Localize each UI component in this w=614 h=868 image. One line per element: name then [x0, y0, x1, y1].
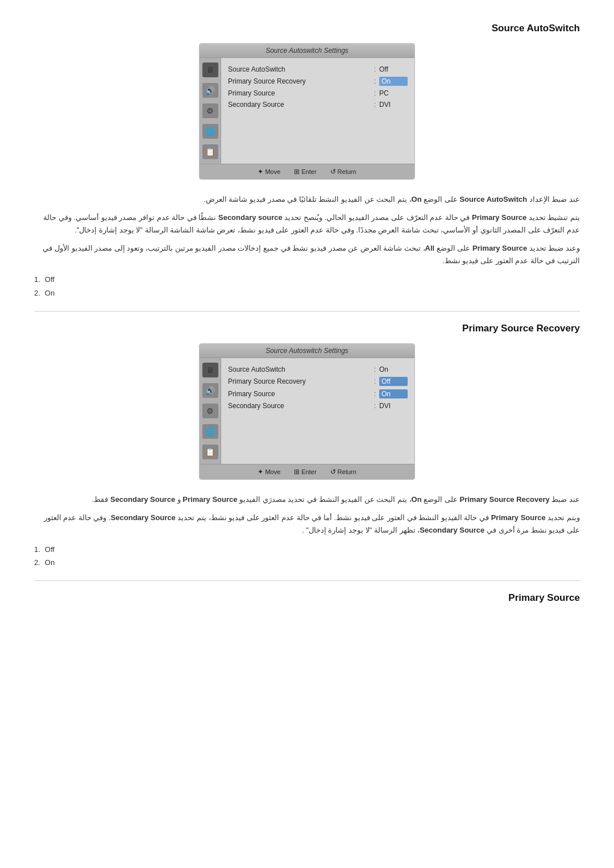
menu-row-1-3: Secondary Source : DVI — [228, 99, 408, 110]
sidebar-icon-4: 🌐 — [202, 124, 218, 139]
menu-row-1-1: Primary Source Recovery : On — [228, 75, 408, 88]
body-text-1-2: وعند ضبط تحديد Primary Source على الوضع … — [34, 242, 580, 267]
move-icon-1: ✦ — [258, 168, 263, 176]
menu-row-2-2: Primary Source : On — [228, 388, 408, 400]
sidebar-icon-3: ⚙ — [202, 103, 218, 118]
section-primary-source: Primary Source — [34, 592, 580, 604]
footer-return-2: ↺ Return — [330, 468, 356, 476]
section-title-source-autoswitch: Source AutoSwitch — [34, 23, 580, 34]
body-text-2-1: وبتم تحديد Primary Source في حالة الفيدي… — [34, 512, 580, 537]
sidebar-icon-5: 📋 — [202, 144, 218, 159]
list-num-2-1: .2 — [34, 556, 40, 569]
list-num-2-0: .1 — [34, 543, 40, 556]
menu-value-2-0: On — [379, 366, 408, 373]
section-primary-source-recovery: Primary Source Recovery Source Autoswitc… — [34, 323, 580, 569]
divider-2 — [34, 580, 580, 581]
page-container: Source AutoSwitch Source Autoswitch Sett… — [0, 0, 614, 636]
list-2: Off .1 On .2 — [34, 543, 580, 570]
menu-label-2-0: Source AutoSwitch — [228, 366, 371, 373]
list-1: Off .1 On .2 — [34, 273, 580, 300]
screenshot-2: Source Autoswitch Settings 🖥 🔊 ⚙ 🌐 📋 Sou… — [199, 343, 415, 480]
screenshot-1-footer: ✦ Move ⊞ Enter ↺ Return — [200, 164, 414, 179]
footer-move-2: ✦ Move — [258, 468, 280, 476]
sidebar-icon-2-4: 🌐 — [202, 424, 218, 439]
screenshot-2-menu: Source AutoSwitch : On Primary Source Re… — [221, 358, 414, 464]
menu-row-2-3: Secondary Source : DVI — [228, 400, 408, 412]
footer-enter-label-1: Enter — [301, 168, 316, 175]
sidebar-icons-1: 🖥 🔊 ⚙ 🌐 📋 — [200, 58, 221, 164]
menu-label-1-3: Secondary Source — [228, 101, 371, 109]
screenshot-1-menu: Source AutoSwitch : Off Primary Source R… — [221, 58, 414, 164]
menu-row-2-0: Source AutoSwitch : On — [228, 364, 408, 375]
screenshot-1: Source Autoswitch Settings 🖥 🔊 ⚙ 🌐 📋 Sou… — [199, 43, 415, 180]
move-icon-2: ✦ — [258, 468, 263, 476]
footer-enter-label-2: Enter — [301, 468, 316, 475]
sidebar-icon-1: 🖥 — [202, 63, 218, 77]
menu-label-2-3: Secondary Source — [228, 402, 371, 410]
menu-value-1-3: DVI — [379, 101, 408, 109]
sidebar-icon-2-5: 📋 — [202, 445, 218, 459]
menu-row-1-0: Source AutoSwitch : Off — [228, 64, 408, 75]
list-item-2-0: Off .1 — [34, 543, 580, 556]
menu-value-2-3: DVI — [379, 402, 408, 410]
footer-return-1: ↺ Return — [330, 168, 356, 176]
footer-return-label-2: Return — [338, 468, 356, 475]
sidebar-icons-2: 🖥 🔊 ⚙ 🌐 📋 — [200, 358, 221, 464]
list-item-2-1: On .2 — [34, 556, 580, 569]
menu-row-2-1: Primary Source Recovery : Off — [228, 375, 408, 388]
list-item-1-1: On .2 — [34, 286, 580, 300]
sidebar-icon-2: 🔊 — [202, 83, 218, 98]
sidebar-icon-2-1: 🖥 — [202, 363, 218, 377]
menu-value-1-2: PC — [379, 89, 408, 97]
menu-label-1-0: Source AutoSwitch — [228, 65, 371, 73]
footer-move-1: ✦ Move — [258, 168, 280, 176]
body-text-2-0: عند ضبط Primary Source Recovery على الوض… — [34, 493, 580, 506]
return-icon-2: ↺ — [330, 468, 336, 476]
section-title-primary-source: Primary Source — [34, 592, 580, 604]
section-title-primary-source-recovery: Primary Source Recovery — [34, 323, 580, 334]
screenshot-2-titlebar: Source Autoswitch Settings — [200, 344, 414, 358]
menu-label-2-2: Primary Source — [228, 390, 371, 398]
menu-value-1-1: On — [379, 77, 408, 86]
list-item-1-0: Off .1 — [34, 273, 580, 286]
body-text-1-0: عند ضبط الإعداد Source AutoSwitch على ال… — [34, 193, 580, 206]
body-text-1-1: يتم تنشيط تحديد Primary Source في حالة ع… — [34, 211, 580, 236]
menu-label-1-1: Primary Source Recovery — [228, 77, 371, 85]
screenshot-2-footer: ✦ Move ⊞ Enter ↺ Return — [200, 464, 414, 479]
footer-return-label-1: Return — [338, 168, 356, 175]
list-num-1-1: .2 — [34, 286, 40, 300]
sidebar-icon-2-2: 🔊 — [202, 383, 218, 398]
menu-value-2-1: Off — [379, 377, 408, 386]
footer-move-label-1: Move — [265, 168, 280, 175]
menu-value-2-2: On — [379, 389, 408, 398]
footer-move-label-2: Move — [265, 468, 280, 475]
divider-1 — [34, 311, 580, 312]
list-text-2-1: On — [45, 556, 55, 569]
screenshot-1-titlebar: Source Autoswitch Settings — [200, 44, 414, 58]
section-source-autoswitch: Source AutoSwitch Source Autoswitch Sett… — [34, 23, 580, 300]
list-num-1-0: .1 — [34, 273, 40, 286]
footer-enter-2: ⊞ Enter — [294, 468, 316, 476]
return-icon-1: ↺ — [330, 168, 336, 176]
list-text-1-1: On — [45, 286, 55, 300]
enter-icon-1: ⊞ — [294, 168, 300, 176]
footer-enter-1: ⊞ Enter — [294, 168, 316, 176]
screenshot-2-body: 🖥 🔊 ⚙ 🌐 📋 Source AutoSwitch : On Primary… — [200, 358, 414, 464]
screenshot-1-body: 🖥 🔊 ⚙ 🌐 📋 Source AutoSwitch : Off Primar… — [200, 58, 414, 164]
enter-icon-2: ⊞ — [294, 468, 300, 476]
menu-value-1-0: Off — [379, 65, 408, 73]
sidebar-icon-2-3: ⚙ — [202, 404, 218, 418]
menu-row-1-2: Primary Source : PC — [228, 88, 408, 99]
list-text-1-0: Off — [45, 273, 55, 286]
list-text-2-0: Off — [45, 543, 55, 556]
menu-label-2-1: Primary Source Recovery — [228, 377, 371, 385]
menu-label-1-2: Primary Source — [228, 89, 371, 97]
